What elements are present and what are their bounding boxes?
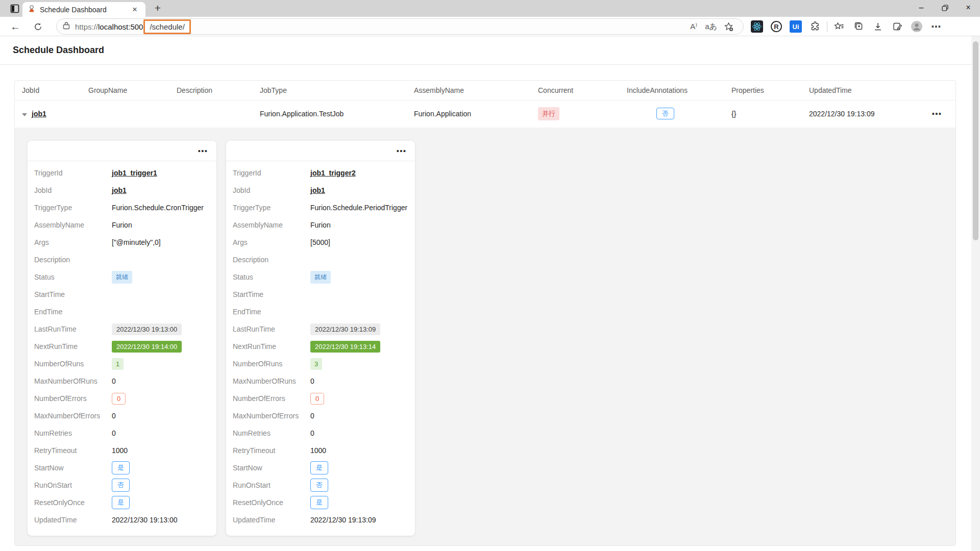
field-value: 0 [310,393,324,405]
field-label: TriggerId [34,169,112,177]
job-link[interactable]: job1 [32,110,46,118]
collapse-caret-icon[interactable] [22,113,27,116]
card-more-icon[interactable]: ⋯ [198,145,208,157]
react-devtools-icon[interactable] [749,19,765,34]
field-value: 2022/12/30 19:13:09 [310,516,376,524]
field-label: MaxNumberOfRuns [233,377,310,385]
extensions-puzzle-icon[interactable] [807,19,823,34]
field-value[interactable]: job1_trigger1 [112,169,157,177]
field-value[interactable]: job1 [310,186,325,194]
collections-icon[interactable] [851,19,866,34]
vertical-tabs-icon[interactable] [7,3,22,15]
redux-devtools-icon[interactable]: R [769,19,784,34]
field-value: Furion [112,221,132,229]
card-field-row: NextRunTime2022/12/30 19:14:00 [28,338,216,355]
field-value: 0 [310,377,314,385]
scrollbar-thumb[interactable] [973,41,978,240]
field-label: TriggerId [233,169,310,177]
card-field-row: TriggerTypeFurion.Schedule.CronTrigger [28,199,216,216]
field-label: TriggerType [233,204,310,212]
card-field-row: ResetOnlyOnce是 [28,494,216,511]
field-value: 1000 [112,446,128,455]
tab-title: Schedule Dashboard [40,6,129,14]
column-header-concurrent: Concurrent [531,86,620,94]
web-capture-icon[interactable] [890,19,905,34]
column-header-description: Description [169,86,253,94]
field-value: 是 [310,496,328,509]
assemblyname-cell: Furion.Application [407,110,531,118]
card-field-row: TriggerIdjob1_trigger1 [28,164,216,182]
field-value: Furion [310,221,331,229]
refresh-icon[interactable] [30,19,46,34]
field-value[interactable]: job1 [112,186,127,194]
card-field-row: NumberOfErrors0 [226,390,415,407]
browser-tab[interactable]: Schedule Dashboard × [22,2,145,17]
read-aloud-icon[interactable]: A⁾ [685,19,702,34]
field-value: 0 [310,429,314,437]
field-value: 否 [112,479,130,492]
field-value: 3 [310,358,322,370]
field-label: ResetOnlyOnce [34,498,112,507]
card-field-row: UpdatedTime2022/12/30 19:13:00 [28,511,216,529]
field-label: EndTime [34,308,112,316]
back-icon[interactable]: ← [7,19,23,34]
field-value: Furion.Schedule.PeriodTrigger [310,204,407,212]
card-field-row: TriggerIdjob1_trigger2 [226,164,415,182]
card-field-row: MaxNumberOfErrors0 [28,407,216,424]
trigger-card: ⋯TriggerIdjob1_trigger1JobIdjob1TriggerT… [28,141,216,536]
field-label: LastRunTime [34,325,112,333]
card-field-row: ResetOnlyOnce是 [226,494,415,511]
field-label: MaxNumberOfErrors [34,412,112,420]
ui-extension-icon[interactable]: Ui [788,19,803,34]
favorites-bar-icon[interactable] [831,19,847,34]
card-field-row: Args[5000] [226,234,415,251]
card-field-row: StartTime [28,286,216,303]
restore-button[interactable] [933,0,957,15]
card-body: TriggerIdjob1_trigger2JobIdjob1TriggerTy… [226,161,415,529]
new-tab-button[interactable]: + [151,3,165,15]
field-value: 0 [112,429,116,437]
card-field-row: StartTime [226,286,415,303]
card-field-row: MaxNumberOfRuns0 [28,372,216,390]
table-header-row: JobId GroupName Description JobType Asse… [15,81,955,101]
field-value[interactable]: job1_trigger2 [310,169,356,177]
card-body: TriggerIdjob1_trigger1JobIdjob1TriggerTy… [28,161,216,529]
column-header-includeannotations: IncludeAnnotations [620,86,724,94]
concurrent-cell: 并行 [531,107,620,120]
card-field-row: StartNow是 [226,459,415,477]
favorite-add-icon[interactable] [720,19,737,34]
settings-more-icon[interactable]: ⋯ [928,19,944,34]
card-field-row: MaxNumberOfErrors0 [226,407,415,424]
address-bar[interactable]: https://localhost:500/schedule/ A⁾ aあ [56,18,744,35]
card-field-row: StartNow是 [28,459,216,477]
card-field-row: Description [28,251,216,268]
card-more-icon[interactable]: ⋯ [396,145,407,157]
field-label: StartTime [34,290,112,298]
column-header-assemblyname: AssemblyName [407,86,531,94]
field-label: RunOnStart [34,481,112,489]
card-field-row: MaxNumberOfRuns0 [226,372,415,390]
card-field-row: RetryTimeout1000 [28,442,216,459]
column-header-groupname: GroupName [81,86,169,94]
card-header: ⋯ [28,141,216,161]
row-more-icon[interactable]: ⋯ [932,108,942,119]
card-field-row: JobIdjob1 [226,182,415,199]
minimize-button[interactable]: – [910,0,933,15]
close-window-button[interactable]: × [957,0,980,15]
card-field-row: LastRunTime2022/12/30 19:13:00 [28,320,216,338]
card-field-row: UpdatedTime2022/12/30 19:13:09 [226,511,415,529]
field-value: 1000 [310,446,326,455]
profile-avatar[interactable] [909,19,924,34]
card-field-row: EndTime [28,303,216,320]
card-field-row: RetryTimeout1000 [226,442,415,459]
field-label: StartNow [233,464,310,472]
tab-close-icon[interactable]: × [129,5,140,15]
toolbar-divider [827,21,827,32]
field-value: 0 [310,412,314,420]
field-value: 1 [112,358,124,370]
translate-icon[interactable]: aあ [702,19,720,34]
field-value: 0 [112,412,116,420]
card-field-row: EndTime [226,303,415,320]
card-field-row: Status就绪 [28,268,216,286]
downloads-icon[interactable] [870,19,886,34]
